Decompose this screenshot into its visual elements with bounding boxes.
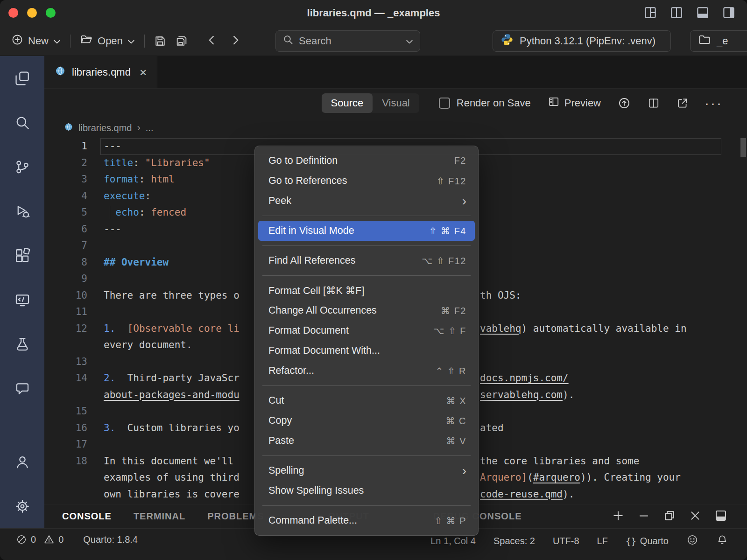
menu-separator bbox=[262, 245, 471, 246]
save-all-icon bbox=[175, 35, 188, 48]
cursor-position-status[interactable]: Ln 1, Col 4 bbox=[430, 536, 476, 546]
interpreter-selector[interactable]: Python 3.12.1 (PipEnv: .venv) bbox=[493, 30, 671, 52]
line-number: 8 bbox=[44, 254, 87, 271]
panel-add-icon[interactable] bbox=[612, 509, 625, 524]
navigate-forward-button[interactable] bbox=[229, 34, 242, 49]
menu-item-edit-in-visual-mode[interactable]: Edit in Visual Mode⇧ ⌘ F4 bbox=[258, 221, 475, 241]
toolbar-separator bbox=[144, 35, 145, 48]
panel-minimize-icon[interactable] bbox=[637, 509, 650, 524]
panel-tab-console[interactable]: CONSOLE bbox=[62, 511, 112, 522]
line-content-right-fragment: th OJS: bbox=[480, 287, 521, 304]
menu-item-find-all-references[interactable]: Find All References⌥ ⇧ F12 bbox=[258, 251, 475, 271]
search-input[interactable]: Search bbox=[275, 30, 420, 52]
line-number: 12 bbox=[44, 321, 87, 337]
more-actions-button[interactable]: ··· bbox=[705, 95, 723, 111]
menu-item-peek[interactable]: Peek› bbox=[258, 191, 475, 211]
menu-item-cut[interactable]: Cut⌘ X bbox=[258, 391, 475, 411]
menu-item-copy[interactable]: Copy⌘ C bbox=[258, 411, 475, 431]
line-number: 7 bbox=[44, 238, 87, 254]
menu-item-spelling[interactable]: Spelling› bbox=[258, 461, 475, 481]
menu-item-format-document[interactable]: Format Document⌥ ⇧ F bbox=[258, 321, 475, 341]
panel-close-icon[interactable] bbox=[689, 509, 702, 524]
toggle-panel-icon[interactable] bbox=[696, 6, 710, 20]
error-count[interactable]: 0 bbox=[16, 534, 36, 545]
render-on-save-checkbox[interactable] bbox=[439, 98, 450, 109]
account-icon[interactable] bbox=[0, 440, 44, 484]
indentation-status[interactable]: Spaces: 2 bbox=[493, 536, 535, 546]
line-number: 16 bbox=[44, 420, 87, 437]
line-number: 10 bbox=[44, 287, 87, 304]
explorer-icon[interactable] bbox=[0, 56, 44, 100]
line-number bbox=[44, 387, 87, 404]
code-token: Arquero] bbox=[480, 472, 527, 483]
panel-tab-terminal[interactable]: TERMINAL bbox=[134, 511, 185, 522]
search-sidebar-icon[interactable] bbox=[0, 100, 44, 145]
visual-mode-button[interactable]: Visual bbox=[373, 93, 419, 113]
run-debug-icon[interactable] bbox=[0, 189, 44, 233]
editor-toolbar: Source Visual Render on Save Preview ··· bbox=[44, 89, 747, 118]
breadcrumb-chevron-icon: › bbox=[137, 122, 140, 134]
settings-gear-icon[interactable] bbox=[0, 484, 44, 528]
workspace-label: _e bbox=[717, 35, 728, 47]
split-editor-button[interactable] bbox=[648, 97, 660, 109]
eol-status[interactable]: LF bbox=[597, 536, 608, 546]
menu-item-refactor[interactable]: Refactor...⌃ ⇧ R bbox=[258, 361, 475, 381]
language-mode-status[interactable]: {} Quarto bbox=[626, 536, 669, 546]
source-mode-button[interactable]: Source bbox=[322, 93, 373, 113]
line-number: 1 bbox=[44, 138, 87, 155]
line-number bbox=[44, 486, 87, 503]
menu-item-command-palette[interactable]: Command Palette...⇧ ⌘ P bbox=[258, 511, 475, 531]
source-visual-toggle: Source Visual bbox=[322, 93, 419, 113]
preview-button[interactable]: Preview bbox=[548, 96, 601, 111]
search-icon bbox=[282, 34, 294, 48]
breadcrumb-ellipsis[interactable]: ... bbox=[146, 123, 154, 133]
open-button[interactable]: Open bbox=[75, 29, 140, 53]
warning-count[interactable]: 0 bbox=[43, 534, 63, 545]
testing-flask-icon[interactable] bbox=[0, 322, 44, 366]
breadcrumb: libraries.qmd › ... bbox=[44, 118, 747, 138]
submenu-arrow-icon: › bbox=[462, 195, 466, 208]
line-content-right-fragment: docs.npmjs.com/ bbox=[480, 370, 569, 387]
toggle-secondary-sidebar-icon[interactable] bbox=[722, 6, 736, 20]
save-button[interactable] bbox=[149, 31, 171, 51]
new-button[interactable]: New bbox=[7, 30, 65, 52]
workspace-selector[interactable]: _e bbox=[690, 30, 747, 52]
preview-icon bbox=[548, 96, 560, 111]
save-icon bbox=[154, 35, 167, 48]
breadcrumb-file[interactable]: libraries.qmd bbox=[78, 123, 132, 133]
code-token: 3. bbox=[104, 422, 115, 434]
tab-libraries-qmd[interactable]: libraries.qmd × bbox=[44, 56, 157, 88]
notifications-bell-icon[interactable] bbox=[716, 534, 728, 548]
panel-restore-icon[interactable] bbox=[663, 509, 676, 524]
code-token: --- bbox=[104, 224, 121, 235]
customize-layout-icon[interactable] bbox=[643, 6, 657, 20]
quarto-version-status[interactable]: Quarto: 1.8.4 bbox=[83, 534, 138, 545]
encoding-status[interactable]: UTF-8 bbox=[553, 536, 579, 546]
navigate-back-button[interactable] bbox=[205, 34, 218, 49]
open-external-button[interactable] bbox=[677, 97, 689, 109]
chat-icon[interactable] bbox=[0, 366, 44, 411]
menu-item-format-document-with[interactable]: Format Document With... bbox=[258, 341, 475, 361]
menu-item-format-cell-k-f[interactable]: Format Cell [⌘K ⌘F] bbox=[258, 280, 475, 301]
line-content-right-fragment: code-reuse.qmd). bbox=[480, 486, 574, 503]
render-button[interactable] bbox=[618, 97, 631, 110]
menu-item-go-to-references[interactable]: Go to References⇧ F12 bbox=[258, 171, 475, 191]
line-content-right-fragment: servablehq.com). bbox=[480, 387, 574, 404]
menu-item-shortcut: ⌘ V bbox=[446, 435, 466, 447]
remote-sessions-icon[interactable] bbox=[0, 278, 44, 322]
panel-layout-icon[interactable] bbox=[714, 509, 727, 524]
feedback-smiley-icon[interactable] bbox=[686, 534, 698, 548]
menu-item-change-all-occurrences[interactable]: Change All Occurrences⌘ F2 bbox=[258, 301, 475, 321]
menu-item-label: Paste bbox=[268, 435, 446, 447]
source-control-icon[interactable] bbox=[0, 145, 44, 189]
menu-item-show-spelling-issues[interactable]: Show Spelling Issues bbox=[258, 481, 475, 501]
menu-item-go-to-definition[interactable]: Go to DefinitionF2 bbox=[258, 151, 475, 171]
editor-scrollbar[interactable] bbox=[740, 138, 746, 157]
save-all-button[interactable] bbox=[171, 31, 192, 51]
menu-item-label: Copy bbox=[268, 415, 446, 427]
tab-close-icon[interactable]: × bbox=[140, 66, 147, 78]
menu-item-shortcut: ⌥ ⇧ F12 bbox=[422, 255, 466, 266]
extensions-icon[interactable] bbox=[0, 233, 44, 278]
split-editor-layout-icon[interactable] bbox=[669, 6, 684, 20]
menu-item-paste[interactable]: Paste⌘ V bbox=[258, 431, 475, 451]
